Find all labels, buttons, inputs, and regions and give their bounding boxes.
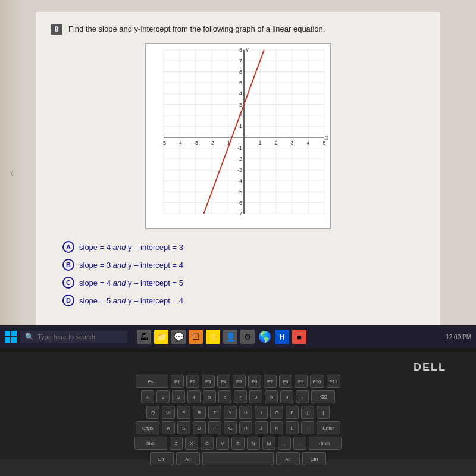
taskbar-chrome-icon[interactable]: 🌎 (258, 330, 272, 344)
taskbar-h-icon[interactable]: H (275, 330, 289, 344)
choice-d-circle: D (62, 295, 74, 306)
key-f5[interactable]: F5 (233, 375, 246, 388)
key-w[interactable]: W (162, 406, 175, 419)
key-f1[interactable]: F1 (171, 375, 184, 388)
key-caps[interactable]: Caps (136, 421, 159, 434)
key-z[interactable]: Z (170, 437, 183, 450)
key-p[interactable]: P (286, 406, 299, 419)
asdf-row: Caps A S D F G H J K L ; Enter (24, 421, 452, 434)
taskbar-people-icon[interactable]: 👤 (223, 330, 237, 344)
key-f7[interactable]: F7 (264, 375, 277, 388)
key-h[interactable]: H (239, 421, 252, 434)
key-period[interactable]: . (293, 437, 306, 450)
taskbar-time: 12:00 PM (446, 334, 471, 340)
choice-a[interactable]: A slope = 4 and y – intercept = 3 (62, 241, 425, 253)
taskbar-extra-icon[interactable]: ■ (292, 330, 306, 344)
key-k[interactable]: K (270, 421, 283, 434)
choice-b[interactable]: B slope = 3 and y – intercept = 4 (62, 259, 425, 271)
key-0[interactable]: 0 (280, 390, 293, 403)
key-bracket-r[interactable]: ] (317, 406, 330, 419)
taskbar-settings-icon[interactable]: ⚙ (240, 330, 255, 344)
key-r[interactable]: R (193, 406, 206, 419)
key-n[interactable]: N (247, 437, 260, 450)
key-a[interactable]: A (162, 421, 175, 434)
zxcv-row: Shift Z X C V B N M , . Shift (24, 437, 452, 450)
key-esc[interactable]: Esc (136, 375, 168, 388)
key-alt-r[interactable]: Alt (276, 452, 300, 465)
key-t[interactable]: T (208, 406, 221, 419)
key-4[interactable]: 4 (187, 390, 201, 403)
windows-start-button[interactable] (5, 331, 17, 343)
choice-d-text: slope = 5 and y – intercept = 4 (79, 296, 183, 305)
left-nav-strip: ‹ (0, 0, 24, 345)
taskbar-monitor-icon[interactable]: 🖶 (137, 330, 151, 344)
keyboard: Esc F1 F2 F3 F4 F5 F6 F7 F8 F9 F10 F11 1… (24, 375, 452, 465)
key-b[interactable]: B (231, 437, 245, 450)
key-space[interactable] (202, 452, 274, 465)
choice-b-circle: B (62, 259, 74, 271)
bottom-row: Ctrl Alt Alt Ctrl (24, 452, 452, 465)
taskbar-chat-icon[interactable]: 💬 (171, 330, 186, 344)
choice-d[interactable]: D slope = 5 and y – intercept = 4 (62, 295, 425, 306)
key-5[interactable]: 5 (203, 390, 216, 403)
key-q[interactable]: Q (146, 406, 159, 419)
key-f10[interactable]: F10 (310, 375, 324, 388)
key-m[interactable]: M (262, 437, 275, 450)
taskbar-search-box[interactable]: 🔍 (20, 331, 127, 343)
key-i[interactable]: I (255, 406, 268, 419)
choice-c[interactable]: C slope = 4 and y – intercept = 5 (62, 277, 425, 289)
key-8[interactable]: 8 (249, 390, 262, 403)
key-f9[interactable]: F9 (295, 375, 308, 388)
key-2[interactable]: 2 (156, 390, 170, 403)
key-e[interactable]: E (177, 406, 190, 419)
key-c[interactable]: C (201, 437, 214, 450)
qwerty-row: Q W E R T Y U I O P [ ] (24, 406, 452, 419)
key-y[interactable]: Y (224, 406, 237, 419)
key-3[interactable]: 3 (172, 390, 185, 403)
key-v[interactable]: V (216, 437, 229, 450)
laptop-body: DELL Esc F1 F2 F3 F4 F5 F6 F7 F8 F9 F10 … (0, 345, 476, 476)
key-ctrl-r[interactable]: Ctrl (302, 452, 326, 465)
key-f8[interactable]: F8 (279, 375, 292, 388)
key-7[interactable]: 7 (234, 390, 247, 403)
key-d[interactable]: D (193, 421, 206, 434)
key-f2[interactable]: F2 (186, 375, 199, 388)
key-comma[interactable]: , (278, 437, 291, 450)
key-9[interactable]: 9 (265, 390, 278, 403)
taskbar-star-icon[interactable]: ⭐ (206, 330, 220, 344)
choice-b-text: slope = 3 and y – intercept = 4 (79, 261, 183, 270)
number-key-row: 1 2 3 4 5 6 7 8 9 0 - ⌫ (24, 390, 452, 403)
key-u[interactable]: U (239, 406, 252, 419)
function-key-row: Esc F1 F2 F3 F4 F5 F6 F7 F8 F9 F10 F11 (24, 375, 452, 388)
key-minus[interactable]: - (296, 390, 309, 403)
key-shift-l[interactable]: Shift (134, 437, 167, 450)
key-g[interactable]: G (224, 421, 237, 434)
key-f6[interactable]: F6 (248, 375, 261, 388)
key-backspace[interactable]: ⌫ (311, 390, 335, 403)
choice-c-text: slope = 4 and y – intercept = 5 (79, 278, 183, 287)
key-semicolon[interactable]: ; (301, 421, 314, 434)
graph-container (51, 43, 425, 229)
taskbar-folder-icon[interactable]: 📁 (154, 330, 168, 344)
back-arrow[interactable]: ‹ (10, 167, 14, 179)
key-j[interactable]: J (255, 421, 268, 434)
key-shift-r[interactable]: Shift (309, 437, 342, 450)
key-alt-l[interactable]: Alt (176, 452, 200, 465)
key-o[interactable]: O (270, 406, 283, 419)
key-ctrl-l[interactable]: Ctrl (150, 452, 174, 465)
key-6[interactable]: 6 (218, 390, 231, 403)
key-f[interactable]: F (208, 421, 221, 434)
taskbar-office-icon[interactable]: ☐ (189, 330, 203, 344)
search-input[interactable] (37, 333, 115, 340)
key-s[interactable]: S (177, 421, 190, 434)
key-enter[interactable]: Enter (317, 421, 340, 434)
choice-c-circle: C (62, 277, 74, 289)
key-f4[interactable]: F4 (217, 375, 230, 388)
key-f3[interactable]: F3 (202, 375, 215, 388)
key-1[interactable]: 1 (141, 390, 154, 403)
question-number: 8 (51, 24, 62, 35)
key-x[interactable]: X (185, 437, 198, 450)
key-bracket-l[interactable]: [ (301, 406, 314, 419)
key-l[interactable]: L (286, 421, 299, 434)
key-f11[interactable]: F11 (327, 375, 341, 388)
